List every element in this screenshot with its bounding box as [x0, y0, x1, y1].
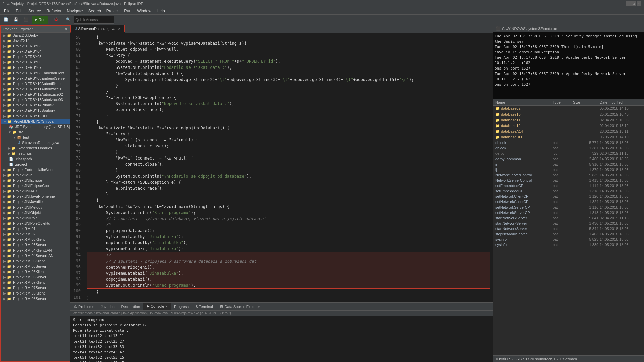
- debug-button[interactable]: 🐞: [51, 16, 61, 24]
- pe-item-projektderby17sifrovani[interactable]: ▼ 📁ProjektDERBY17Sifrovani: [1, 119, 70, 124]
- pe-item-projektrmi02[interactable]: ▶ 📁ProjektRMI02: [1, 231, 70, 237]
- minimize-button[interactable]: _: [626, 1, 631, 6]
- menu-window[interactable]: Window: [134, 8, 154, 14]
- file-row[interactable]: derby_common bat 2 466 14.05.2018 18:03: [493, 156, 644, 162]
- pe-item-projektderby11autorizace01[interactable]: ▶ 📁ProjektDERBY11Autorizace01: [1, 86, 70, 92]
- file-row[interactable]: dblook bat 1 387 14.05.2018 18:03: [493, 145, 644, 151]
- pe-item-projektrmi08server[interactable]: ▶ 📁ProjektRMI08Server: [1, 296, 70, 301]
- file-row[interactable]: setNetworkServerCP bat 1 313 14.05.2018 …: [493, 210, 644, 215]
- file-row[interactable]: dblook bat 5 774 14.05.2018 18:03: [493, 140, 644, 145]
- pe-item-projektjnijavafile[interactable]: ▶ 📁ProjektJNIJavafile: [1, 199, 70, 205]
- pe-item-.project[interactable]: 📄.project: [1, 162, 70, 167]
- pe-item-projektjava[interactable]: ▶ 📁ProjektJava: [1, 172, 70, 178]
- maximize-button[interactable]: □: [631, 1, 636, 6]
- menu-source[interactable]: Source: [25, 8, 44, 14]
- pe-item-javafx11[interactable]: ▶ 📁JavaFX11: [1, 38, 70, 43]
- pe-item-projektderby07[interactable]: ▶ 📁ProjektDERBY07: [1, 65, 70, 70]
- pe-item-referenced-libraries[interactable]: ▶ 📁Referenced Libraries: [1, 145, 70, 151]
- menu-help[interactable]: Help: [154, 8, 168, 14]
- pe-item-test[interactable]: ▼ 📦test: [1, 135, 70, 140]
- pe-item-projektjnimetody[interactable]: ▶ 📁ProjektJNIMetody: [1, 205, 70, 210]
- save-button[interactable]: 💾: [11, 16, 21, 24]
- menu-file[interactable]: File: [1, 8, 13, 14]
- pe-close-button[interactable]: ×: [65, 27, 67, 31]
- file-row[interactable]: 📁 databaze02 05.05.2018 14:10: [493, 106, 644, 111]
- pe-item-projektrmi04serverlan[interactable]: ▶ 📁ProjektRMI04ServerLAN: [1, 253, 70, 258]
- menu-refactor[interactable]: Refactor: [44, 8, 64, 14]
- file-row[interactable]: setNetworkServerCP bat 1 116 14.05.2018 …: [493, 205, 644, 210]
- pe-item-projektderby10autentifikace[interactable]: ▶ 📁ProjektDERBY10Autentifikace: [1, 81, 70, 86]
- tab-progress[interactable]: Progress: [171, 303, 192, 310]
- pe-item-projektjniobjekt[interactable]: ▶ 📁ProjektJNIObjekt: [1, 210, 70, 215]
- pe-item-projektjnieclipse[interactable]: ▶ 📁ProjektJNIEclipse: [1, 178, 70, 183]
- pe-item-projektderby08embendklient[interactable]: ▶ 📁ProjektDERBY08EmbendKlient: [1, 70, 70, 76]
- menu-project[interactable]: Project: [104, 8, 121, 14]
- file-row[interactable]: ij bat 1 379 14.05.2018 18:03: [493, 167, 644, 172]
- file-row[interactable]: stopNetworkServer bat 1 403 14.05.2018 1…: [493, 231, 644, 237]
- pe-item-jre-system-library-[javase-1.8][interactable]: 📚JRE System Library [JavaSE-1.8]: [1, 124, 70, 129]
- file-row[interactable]: sysinfo bat 5 823 14.05.2018 18:03: [493, 237, 644, 242]
- pe-item-projektrmi07klient[interactable]: ▶ 📁ProjektRMI07Klient: [1, 280, 70, 285]
- pe-item-projektjnijavapromenne[interactable]: ▶ 📁ProjektJNIJavaPromenne: [1, 194, 70, 199]
- file-row[interactable]: derby log 329 02.04.2019 11:16: [493, 151, 644, 156]
- pe-item-projektrmi05server[interactable]: ▶ 📁ProjektRMI05Server: [1, 264, 70, 269]
- editor-tab-main[interactable]: J SifrovanaDataaze.java ×: [70, 25, 125, 33]
- file-row[interactable]: setNetworkClientCP bat 1 324 14.05.2018 …: [493, 199, 644, 205]
- menu-search[interactable]: Search: [86, 8, 104, 14]
- file-row[interactable]: 📁 databaze12 02.04.2019 13:19: [493, 123, 644, 129]
- pe-item-projektderby13autorizace03[interactable]: ▶ 📁ProjektDERBY13Autorizace03: [1, 97, 70, 102]
- file-row[interactable]: startNetworkServer bat 1 430 14.05.2018 …: [493, 221, 644, 226]
- editor-tab-close[interactable]: ×: [118, 27, 120, 31]
- pe-item-projektderby16udt[interactable]: ▶ 📁ProjektDERBY16UDT: [1, 113, 70, 119]
- menu-run[interactable]: Run: [121, 8, 134, 14]
- tab-datasource[interactable]: 🗄 Data Source Explorer: [216, 303, 263, 310]
- file-row[interactable]: setNetworkClientCP bat 1 120 14.05.2018 …: [493, 194, 644, 199]
- pe-item-projektderby15soubory[interactable]: ▶ 📁ProjektDERBY15Soubory: [1, 108, 70, 113]
- pe-item-projektderby12autorizace02[interactable]: ▶ 📁ProjektDERBY12Autorizace02: [1, 92, 70, 97]
- close-button[interactable]: ×: [637, 1, 641, 6]
- pe-item-.settings[interactable]: ▶ 📁.settings: [1, 151, 70, 156]
- code-content[interactable]: } "kw">private "kw">static "kw">void vyp…: [84, 33, 493, 302]
- package-explorer-content[interactable]: ▶ 📁Java.DB.Derby▶ 📁JavaFX11▶ 📁ProjektDER…: [1, 33, 70, 361]
- tab-javadoc[interactable]: Javadoc: [97, 303, 118, 310]
- file-row[interactable]: 📁 databaze10 25.01.2019 10:40: [493, 111, 644, 117]
- pe-item-projektderby06[interactable]: ▶ 📁ProjektDERBY06: [1, 59, 70, 65]
- pe-item-projektrmi04klientlan[interactable]: ▶ 📁ProjektRMI04KlientLAN: [1, 247, 70, 253]
- pe-minimize-button[interactable]: _: [63, 27, 65, 31]
- pe-item-projektjnijar[interactable]: ▶ 📁ProjektJNIJAR: [1, 188, 70, 194]
- menu-navigate[interactable]: Navigate: [64, 8, 85, 14]
- pe-item-projektrmi01[interactable]: ▶ 📁ProjektRMI01: [1, 226, 70, 231]
- pe-item-projektrmi07server[interactable]: ▶ 📁ProjektRMI07Server: [1, 285, 70, 290]
- pe-item-.classpath[interactable]: 📄.classpath: [1, 156, 70, 162]
- menu-edit[interactable]: Edit: [13, 8, 25, 14]
- pe-item-projektjnipoleobjektu[interactable]: ▶ 📁ProjektJNIPoleObjektu: [1, 221, 70, 226]
- pe-item-projektderby08embendserver[interactable]: ▶ 📁ProjektDERBY08EmbendServer: [1, 76, 70, 81]
- file-row[interactable]: sysinfo bat 1 389 14.05.2018 18:03: [493, 242, 644, 247]
- new-button[interactable]: 📄: [1, 16, 11, 24]
- pe-item-projektfortranhalloworld[interactable]: ▶ 📁ProjektFortranHalloWorld: [1, 167, 70, 172]
- pe-item-projektrmi03klient[interactable]: ▶ 📁ProjektRMI03Klient: [1, 237, 70, 242]
- pe-item-projektjnieclipsecpp[interactable]: ▶ 📁ProjektJNIEclipseCpp: [1, 183, 70, 188]
- file-row[interactable]: setEmbeddedCP bat 1 114 14.05.2018 18:03: [493, 183, 644, 188]
- tab-declaration[interactable]: Declaration: [118, 303, 143, 310]
- pe-item-projektrmi08klient[interactable]: ▶ 📁ProjektRMI08Klient: [1, 290, 70, 296]
- file-row[interactable]: ij bat 5 910 14.05.2018 18:03: [493, 162, 644, 167]
- pe-item-projektderby05[interactable]: ▶ 📁ProjektDERBY05: [1, 54, 70, 59]
- pe-item-sifrovanadataaze.java[interactable]: JSifrovanaDataaze.java: [1, 140, 70, 145]
- pe-item-projektrmi06server[interactable]: ▶ 📁ProjektRMI06Server: [1, 274, 70, 280]
- file-row[interactable]: NetworkServerControl bat 5 835 14.05.201…: [493, 172, 644, 178]
- search-button[interactable]: 🔍: [64, 16, 73, 24]
- run-button[interactable]: ▶ Run: [32, 16, 48, 24]
- file-row[interactable]: setEmbeddedCP bat 1 318 14.05.2018 18:03: [493, 188, 644, 194]
- pe-item-src[interactable]: ▼ 📁src: [1, 129, 70, 135]
- pe-item-projektjnipole[interactable]: ▶ 📁ProjektJNIPole: [1, 215, 70, 221]
- pe-item-projektderby14primitivi[interactable]: ▶ 📁ProjektDERBY14Primitivi: [1, 102, 70, 108]
- file-row[interactable]: NetworkServerControl bat 1 413 14.05.201…: [493, 178, 644, 183]
- tab-console[interactable]: ▶ Console ×: [143, 303, 171, 310]
- pe-item-projektrmi05klient[interactable]: ▶ 📁ProjektRMI05Klient: [1, 258, 70, 264]
- file-row[interactable]: startNetworkServer bat 5 844 14.05.2018 …: [493, 226, 644, 231]
- file-row[interactable]: 📁 databazeDO1 05.05.2018 14:10: [493, 134, 644, 140]
- pe-item-projektrmi03server[interactable]: ▶ 📁ProjektRMI03Server: [1, 242, 70, 247]
- pe-item-java.db.derby[interactable]: ▶ 📁Java.DB.Derby: [1, 33, 70, 38]
- quick-access-input[interactable]: [74, 16, 114, 24]
